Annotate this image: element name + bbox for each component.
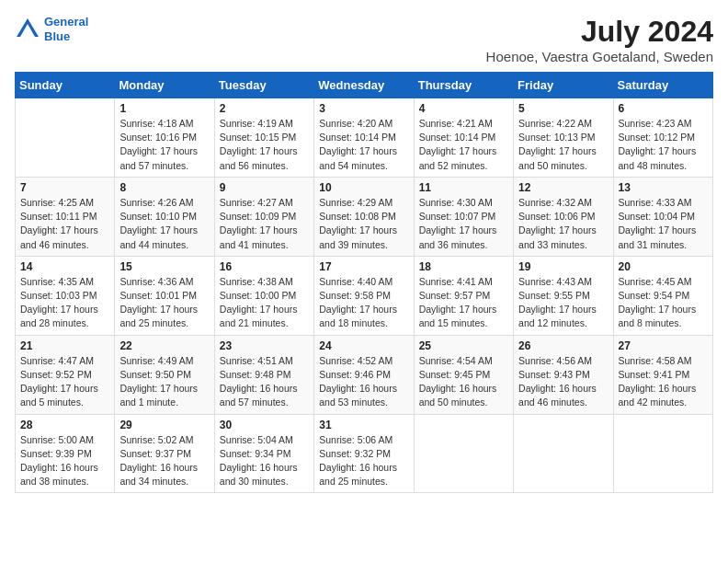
day-info: Sunrise: 4:18 AM Sunset: 10:16 PM Daylig… — [119, 117, 209, 173]
calendar-cell: 2Sunrise: 4:19 AM Sunset: 10:15 PM Dayli… — [214, 98, 313, 178]
day-info: Sunrise: 4:25 AM Sunset: 10:11 PM Daylig… — [20, 196, 109, 252]
day-number: 7 — [20, 181, 109, 194]
day-number: 27 — [619, 339, 708, 352]
day-number: 29 — [119, 419, 209, 431]
calendar-cell: 23Sunrise: 4:51 AM Sunset: 9:48 PM Dayli… — [214, 335, 313, 414]
day-info: Sunrise: 4:32 AM Sunset: 10:06 PM Daylig… — [518, 196, 608, 252]
day-number: 30 — [220, 419, 309, 431]
calendar-cell: 18Sunrise: 4:41 AM Sunset: 9:57 PM Dayli… — [414, 256, 513, 335]
calendar-cell: 13Sunrise: 4:33 AM Sunset: 10:04 PM Dayl… — [613, 177, 712, 256]
day-number: 5 — [518, 102, 608, 115]
calendar-cell: 19Sunrise: 4:43 AM Sunset: 9:55 PM Dayli… — [514, 256, 613, 335]
day-info: Sunrise: 4:21 AM Sunset: 10:14 PM Daylig… — [419, 117, 508, 173]
day-number: 10 — [319, 181, 408, 194]
day-info: Sunrise: 4:33 AM Sunset: 10:04 PM Daylig… — [619, 196, 708, 252]
day-number: 15 — [119, 260, 209, 273]
day-info: Sunrise: 4:40 AM Sunset: 9:58 PM Dayligh… — [319, 275, 408, 331]
day-number: 13 — [619, 181, 708, 194]
calendar-cell: 27Sunrise: 4:58 AM Sunset: 9:41 PM Dayli… — [613, 335, 712, 414]
weekday-header-tuesday: Tuesday — [214, 73, 313, 98]
week-row-1: 1Sunrise: 4:18 AM Sunset: 10:16 PM Dayli… — [16, 98, 713, 178]
day-number: 20 — [619, 260, 708, 273]
day-number: 18 — [419, 260, 508, 273]
day-info: Sunrise: 4:56 AM Sunset: 9:43 PM Dayligh… — [518, 354, 608, 410]
day-number: 28 — [20, 419, 109, 431]
calendar-cell: 24Sunrise: 4:52 AM Sunset: 9:46 PM Dayli… — [314, 335, 414, 414]
day-info: Sunrise: 4:19 AM Sunset: 10:15 PM Daylig… — [220, 117, 309, 173]
day-number: 24 — [319, 339, 408, 352]
calendar-cell: 10Sunrise: 4:29 AM Sunset: 10:08 PM Dayl… — [314, 177, 414, 256]
calendar-cell: 14Sunrise: 4:35 AM Sunset: 10:03 PM Dayl… — [16, 256, 115, 335]
day-info: Sunrise: 4:41 AM Sunset: 9:57 PM Dayligh… — [419, 275, 508, 331]
calendar-cell: 12Sunrise: 4:32 AM Sunset: 10:06 PM Dayl… — [514, 177, 613, 256]
calendar-cell: 26Sunrise: 4:56 AM Sunset: 9:43 PM Dayli… — [514, 335, 613, 414]
day-info: Sunrise: 4:22 AM Sunset: 10:13 PM Daylig… — [518, 117, 608, 173]
calendar-cell: 22Sunrise: 4:49 AM Sunset: 9:50 PM Dayli… — [115, 335, 214, 414]
calendar-cell: 4Sunrise: 4:21 AM Sunset: 10:14 PM Dayli… — [414, 98, 513, 178]
week-row-5: 28Sunrise: 5:00 AM Sunset: 9:39 PM Dayli… — [16, 414, 713, 493]
day-info: Sunrise: 4:49 AM Sunset: 9:50 PM Dayligh… — [119, 354, 209, 410]
logo-text: General Blue — [44, 15, 88, 43]
calendar-cell: 3Sunrise: 4:20 AM Sunset: 10:14 PM Dayli… — [314, 98, 414, 178]
calendar-cell — [16, 98, 115, 178]
logo-line1: General — [44, 15, 88, 29]
day-number: 26 — [518, 339, 608, 352]
day-info: Sunrise: 4:51 AM Sunset: 9:48 PM Dayligh… — [220, 354, 309, 410]
weekday-header-friday: Friday — [514, 73, 613, 98]
day-number: 1 — [119, 102, 209, 115]
day-number: 14 — [20, 260, 109, 273]
day-number: 23 — [220, 339, 309, 352]
calendar-cell: 8Sunrise: 4:26 AM Sunset: 10:10 PM Dayli… — [115, 177, 214, 256]
calendar-cell: 11Sunrise: 4:30 AM Sunset: 10:07 PM Dayl… — [414, 177, 513, 256]
day-number: 22 — [119, 339, 209, 352]
week-row-4: 21Sunrise: 4:47 AM Sunset: 9:52 PM Dayli… — [16, 335, 713, 414]
weekday-header-sunday: Sunday — [16, 73, 115, 98]
day-info: Sunrise: 4:20 AM Sunset: 10:14 PM Daylig… — [319, 117, 408, 173]
week-row-3: 14Sunrise: 4:35 AM Sunset: 10:03 PM Dayl… — [16, 256, 713, 335]
day-number: 11 — [419, 181, 508, 194]
calendar-cell — [514, 414, 613, 493]
logo: General Blue — [15, 15, 88, 43]
calendar-cell: 15Sunrise: 4:36 AM Sunset: 10:01 PM Dayl… — [115, 256, 214, 335]
day-number: 17 — [319, 260, 408, 273]
month-year: July 2024 — [486, 15, 713, 49]
day-number: 21 — [20, 339, 109, 352]
day-number: 16 — [220, 260, 309, 273]
title-block: July 2024 Hoenoe, Vaestra Goetaland, Swe… — [486, 15, 713, 64]
weekday-header-row: SundayMondayTuesdayWednesdayThursdayFrid… — [16, 73, 713, 98]
calendar-cell: 6Sunrise: 4:23 AM Sunset: 10:12 PM Dayli… — [613, 98, 712, 178]
day-info: Sunrise: 4:23 AM Sunset: 10:12 PM Daylig… — [619, 117, 708, 173]
calendar-cell: 5Sunrise: 4:22 AM Sunset: 10:13 PM Dayli… — [514, 98, 613, 178]
day-number: 3 — [319, 102, 408, 115]
day-number: 4 — [419, 102, 508, 115]
calendar-cell: 28Sunrise: 5:00 AM Sunset: 9:39 PM Dayli… — [16, 414, 115, 493]
day-number: 9 — [220, 181, 309, 194]
calendar-cell: 20Sunrise: 4:45 AM Sunset: 9:54 PM Dayli… — [613, 256, 712, 335]
day-number: 31 — [319, 419, 408, 431]
day-number: 19 — [518, 260, 608, 273]
calendar-cell: 30Sunrise: 5:04 AM Sunset: 9:34 PM Dayli… — [214, 414, 313, 493]
logo-line2: Blue — [44, 29, 70, 43]
day-info: Sunrise: 4:43 AM Sunset: 9:55 PM Dayligh… — [518, 275, 608, 331]
calendar-cell: 9Sunrise: 4:27 AM Sunset: 10:09 PM Dayli… — [214, 177, 313, 256]
weekday-header-wednesday: Wednesday — [314, 73, 414, 98]
location: Hoenoe, Vaestra Goetaland, Sweden — [486, 49, 713, 64]
calendar-cell: 17Sunrise: 4:40 AM Sunset: 9:58 PM Dayli… — [314, 256, 414, 335]
calendar-cell: 31Sunrise: 5:06 AM Sunset: 9:32 PM Dayli… — [314, 414, 414, 493]
day-info: Sunrise: 4:47 AM Sunset: 9:52 PM Dayligh… — [20, 354, 109, 410]
calendar-table: SundayMondayTuesdayWednesdayThursdayFrid… — [15, 72, 713, 493]
calendar-cell: 29Sunrise: 5:02 AM Sunset: 9:37 PM Dayli… — [115, 414, 214, 493]
calendar-cell: 25Sunrise: 4:54 AM Sunset: 9:45 PM Dayli… — [414, 335, 513, 414]
day-info: Sunrise: 4:54 AM Sunset: 9:45 PM Dayligh… — [419, 354, 508, 410]
day-number: 8 — [119, 181, 209, 194]
day-info: Sunrise: 4:58 AM Sunset: 9:41 PM Dayligh… — [619, 354, 708, 410]
calendar-cell: 16Sunrise: 4:38 AM Sunset: 10:00 PM Dayl… — [214, 256, 313, 335]
logo-icon — [15, 17, 40, 42]
day-info: Sunrise: 5:02 AM Sunset: 9:37 PM Dayligh… — [119, 433, 209, 489]
day-info: Sunrise: 4:45 AM Sunset: 9:54 PM Dayligh… — [619, 275, 708, 331]
day-number: 25 — [419, 339, 508, 352]
calendar-cell: 7Sunrise: 4:25 AM Sunset: 10:11 PM Dayli… — [16, 177, 115, 256]
weekday-header-thursday: Thursday — [414, 73, 513, 98]
page-header: General Blue July 2024 Hoenoe, Vaestra G… — [15, 15, 713, 64]
day-number: 12 — [518, 181, 608, 194]
